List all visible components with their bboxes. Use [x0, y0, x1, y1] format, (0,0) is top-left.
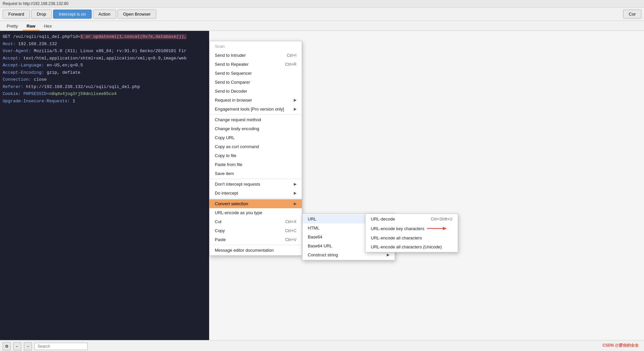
- menu-item-change-body-encoding[interactable]: Change body encoding: [209, 124, 302, 133]
- menu-item-change-request-method[interactable]: Change request method: [209, 115, 302, 124]
- separator-4: [209, 245, 302, 245]
- url-submenu-decode[interactable]: URL-decode Ctrl+Shift+U: [365, 215, 458, 223]
- request-line-9: Cookie: PHPSESSID=n8qdv4jog2rj59dnilsee8…: [3, 91, 206, 97]
- menu-item-url-encode-as-type[interactable]: URL-encode as you type: [209, 208, 302, 217]
- arrow-annotation-svg: [427, 225, 447, 231]
- menu-item-dont-intercept[interactable]: Don't intercept requests ▶: [209, 180, 302, 189]
- gear-icon: ⚙: [5, 344, 9, 349]
- url-submenu[interactable]: URL-decode Ctrl+Shift+U URL-encode key c…: [365, 214, 458, 252]
- url-submenu-encode-key[interactable]: URL-encode key characters: [365, 223, 458, 233]
- menu-item-do-intercept[interactable]: Do intercept ▶: [209, 189, 302, 198]
- menu-item-send-decoder[interactable]: Send to Decoder: [209, 87, 302, 96]
- menu-item-send-comparer[interactable]: Send to Comparer: [209, 78, 302, 87]
- action-button[interactable]: Action: [93, 10, 116, 19]
- arrow-icon-convert: ▶: [294, 202, 296, 206]
- intercept-button[interactable]: Intercept is on: [53, 10, 92, 19]
- title-text: Request to http://192.168.238.132:80: [3, 1, 68, 6]
- request-line-6: Accept-Encoding: gzip, deflate: [3, 69, 206, 76]
- menu-item-paste[interactable]: Paste Ctrl+V: [209, 235, 302, 244]
- tab-hex[interactable]: Hex: [40, 22, 56, 31]
- forward-button[interactable]: Forward: [3, 10, 30, 19]
- drop-button[interactable]: Drop: [31, 10, 52, 19]
- tab-pretty[interactable]: Pretty: [3, 22, 22, 31]
- arrow-icon-construct: ▶: [387, 253, 389, 257]
- arrow-icon-engagement: ▶: [294, 107, 296, 111]
- menu-item-cut[interactable]: Cut Ctrl+X: [209, 217, 302, 226]
- url-submenu-encode-all[interactable]: URL-encode all characters: [365, 233, 458, 242]
- tab-raw[interactable]: Raw: [23, 22, 40, 31]
- arrow-icon-request-browser: ▶: [294, 98, 296, 102]
- menu-item-paste-from-file[interactable]: Paste from file: [209, 160, 302, 169]
- menu-item-copy-to-file[interactable]: Copy to file: [209, 151, 302, 160]
- menu-item-send-repeater[interactable]: Send to Repeater Ctrl+R: [209, 60, 302, 69]
- toolbar: Forward Drop Intercept is on Action Open…: [0, 8, 644, 21]
- back-icon: ←: [15, 344, 19, 349]
- request-line-8: Referer: http://192.168.238.132/vul/sqli…: [3, 84, 206, 90]
- request-line-4: Accept: text/html,application/xhtml+xml,…: [3, 55, 206, 62]
- request-method: GET /vul/sqli/sqli_del.php?id=: [3, 34, 80, 39]
- cor-button[interactable]: Cor: [623, 10, 641, 19]
- tabs-bar: Pretty Raw Hex: [0, 21, 644, 31]
- separator-2: [209, 179, 302, 179]
- menu-item-save-item[interactable]: Save item: [209, 169, 302, 178]
- arrow-icon-dont-intercept: ▶: [294, 182, 296, 186]
- back-nav-button[interactable]: ←: [13, 342, 21, 350]
- request-line-5: Accept-Language: en-US,en;q=0.5: [3, 62, 206, 69]
- menu-item-send-intruder[interactable]: Send to Intruder Ctrl+I: [209, 51, 302, 60]
- menu-item-request-browser[interactable]: Request in browser ▶: [209, 96, 302, 105]
- menu-item-copy-url[interactable]: Copy URL: [209, 133, 302, 142]
- watermark: CSDN @爱你的全全: [603, 343, 639, 348]
- separator-3: [209, 198, 302, 199]
- url-submenu-encode-all-unicode[interactable]: URL-encode all characters (Unicode): [365, 242, 458, 251]
- title-bar: Request to http://192.168.238.132:80: [0, 0, 644, 8]
- arrow-icon-do-intercept: ▶: [294, 191, 296, 195]
- menu-item-engagement-tools[interactable]: Engagement tools [Pro version only] ▶: [209, 105, 302, 114]
- menu-item-scan[interactable]: Scan: [209, 42, 302, 51]
- request-line-7: Connection: close: [3, 76, 206, 83]
- menu-item-convert-selection[interactable]: Convert selection ▶: [209, 199, 302, 208]
- menu-item-copy-curl[interactable]: Copy as curl command: [209, 142, 302, 151]
- search-input[interactable]: [35, 343, 88, 350]
- forward-nav-button[interactable]: →: [24, 342, 32, 350]
- menu-item-send-sequencer[interactable]: Send to Sequencer: [209, 69, 302, 78]
- forward-nav-icon: →: [26, 344, 30, 349]
- request-line-1: GET /vul/sqli/sqli_del.php?id=1 or updat…: [3, 34, 206, 40]
- request-line-10: Upgrade-Insecure-Requests: 1: [3, 98, 206, 105]
- request-panel[interactable]: GET /vul/sqli/sqli_del.php?id=1 or updat…: [0, 31, 209, 351]
- menu-item-message-editor-docs[interactable]: Message editor documentation: [209, 246, 302, 255]
- menu-item-copy[interactable]: Copy Ctrl+C: [209, 226, 302, 235]
- separator-1: [209, 114, 302, 115]
- content-area: GET /vul/sqli/sqli_del.php?id=1 or updat…: [0, 31, 644, 351]
- request-line-2: Host: 192.168.238.132: [3, 41, 206, 47]
- gear-nav-button[interactable]: ⚙: [3, 342, 11, 350]
- request-highlight: 1 or updatexml(1,concat(0x7e,database())…: [80, 34, 187, 39]
- request-line-3: User-Agent: Mozilla/5.0 (X11; Linux x86_…: [3, 48, 206, 54]
- svg-marker-1: [443, 227, 447, 230]
- open-browser-button[interactable]: Open Browser: [118, 10, 156, 19]
- main-context-menu[interactable]: Scan Send to Intruder Ctrl+I Send to Rep…: [209, 41, 302, 256]
- bottom-bar: ⚙ ← →: [0, 340, 644, 351]
